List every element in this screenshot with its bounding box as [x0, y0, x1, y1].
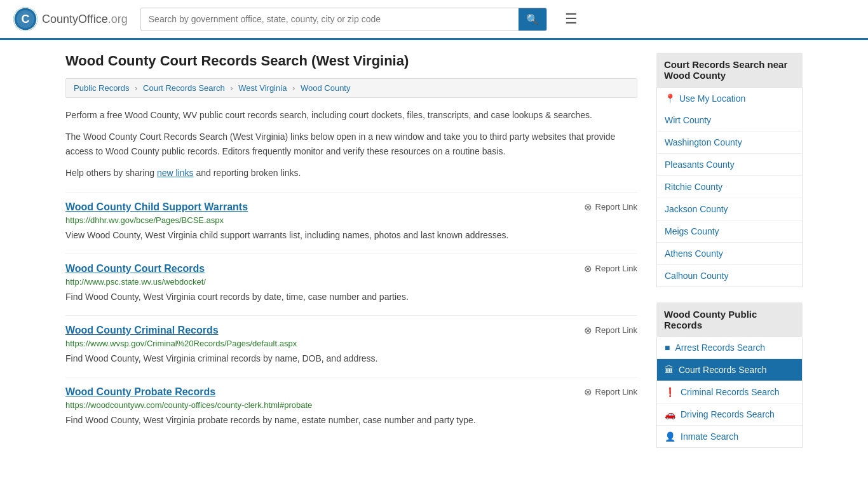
- public-record-icon: 🏛: [665, 365, 674, 375]
- nearby-counties-list: Wirt CountyWashington CountyPleasants Co…: [656, 109, 803, 287]
- record-url: https://dhhr.wv.gov/bcse/Pages/BCSE.aspx: [65, 215, 637, 225]
- nearby-section: Court Records Search near Wood County 📍 …: [656, 53, 803, 287]
- breadcrumb-public-records[interactable]: Public Records: [74, 83, 129, 93]
- record-title[interactable]: Wood County Court Records: [65, 263, 205, 274]
- public-record-link[interactable]: ❗ Criminal Records Search: [657, 381, 802, 403]
- public-record-item: ■ Arrest Records Search: [657, 337, 802, 359]
- nearby-county-item: Calhoun County: [657, 265, 802, 287]
- page-title: Wood County Court Records Search (West V…: [65, 53, 637, 69]
- site-logo[interactable]: C CountyOffice.org: [13, 6, 128, 32]
- location-pin-icon: 📍: [665, 93, 675, 104]
- record-url: https://woodcountywv.com/county-offices/…: [65, 400, 637, 410]
- public-record-icon: 👤: [665, 431, 675, 442]
- nearby-county-item: Meigs County: [657, 220, 802, 243]
- nearby-header: Court Records Search near Wood County: [656, 53, 803, 87]
- nearby-county-link[interactable]: Washington County: [657, 132, 802, 153]
- record-title-row: Wood County Court Records ⊗ Report Link: [65, 263, 637, 274]
- report-link-button[interactable]: ⊗ Report Link: [584, 386, 637, 398]
- report-link-label: Report Link: [595, 325, 637, 335]
- use-location-button[interactable]: 📍 Use My Location: [656, 87, 803, 109]
- report-link-label: Report Link: [595, 387, 637, 396]
- breadcrumb: Public Records › Court Records Search › …: [65, 78, 637, 98]
- record-desc: Find Wood County, West Virginia court re…: [65, 290, 637, 304]
- new-links-link[interactable]: new links: [157, 168, 194, 178]
- public-record-link[interactable]: ■ Arrest Records Search: [657, 337, 802, 358]
- record-title-row: Wood County Criminal Records ⊗ Report Li…: [65, 325, 637, 336]
- record-title[interactable]: Wood County Probate Records: [65, 386, 215, 398]
- public-record-icon: ❗: [665, 387, 675, 397]
- public-record-item: ❗ Criminal Records Search: [657, 381, 802, 403]
- record-title[interactable]: Wood County Child Support Warrants: [65, 201, 248, 213]
- nearby-county-item: Pleasants County: [657, 154, 802, 176]
- report-link-button[interactable]: ⊗ Report Link: [584, 325, 637, 336]
- description-para-1: Perform a free Wood County, WV public co…: [65, 108, 637, 122]
- report-link-button[interactable]: ⊗ Report Link: [584, 263, 637, 274]
- nearby-county-link[interactable]: Meigs County: [657, 220, 802, 242]
- search-input[interactable]: [141, 9, 519, 29]
- public-record-link[interactable]: 👤 Inmate Search: [657, 426, 802, 447]
- nearby-county-link[interactable]: Calhoun County: [657, 265, 802, 287]
- nearby-county-item: Jackson County: [657, 198, 802, 220]
- public-record-link[interactable]: 🏛 Court Records Search: [657, 359, 802, 381]
- nearby-county-item: Wirt County: [657, 109, 802, 132]
- public-records-list: ■ Arrest Records Search 🏛 Court Records …: [656, 337, 803, 448]
- breadcrumb-court-records[interactable]: Court Records Search: [143, 83, 225, 93]
- breadcrumb-west-virginia[interactable]: West Virginia: [238, 83, 287, 93]
- record-desc: Find Wood County, West Virginia criminal…: [65, 352, 637, 365]
- record-url: http://www.psc.state.wv.us/webdocket/: [65, 277, 637, 287]
- report-link-label: Report Link: [595, 202, 637, 212]
- breadcrumb-wood-county[interactable]: Wood County: [301, 83, 351, 93]
- public-records-section: Wood County Public Records ■ Arrest Reco…: [656, 302, 803, 448]
- record-desc: View Wood County, West Virginia child su…: [65, 229, 637, 242]
- public-record-item: 🚗 Driving Records Search: [657, 403, 802, 426]
- search-button[interactable]: 🔍: [519, 8, 546, 30]
- logo-text: CountyOffice.org: [42, 13, 128, 26]
- record-title-row: Wood County Child Support Warrants ⊗ Rep…: [65, 201, 637, 213]
- public-record-label: Driving Records Search: [681, 409, 775, 419]
- record-desc: Find Wood County, West Virginia probate …: [65, 414, 637, 427]
- nearby-county-link[interactable]: Athens County: [657, 243, 802, 264]
- nearby-county-item: Athens County: [657, 243, 802, 265]
- nearby-county-item: Washington County: [657, 132, 802, 154]
- public-record-link[interactable]: 🚗 Driving Records Search: [657, 403, 802, 425]
- breadcrumb-sep-3: ›: [292, 83, 295, 93]
- breadcrumb-sep-1: ›: [135, 83, 137, 93]
- menu-button[interactable]: ☰: [560, 8, 583, 30]
- left-column: Wood County Court Records Search (West V…: [65, 53, 637, 463]
- report-link-icon: ⊗: [584, 386, 592, 398]
- record-url: https://www.wvsp.gov/Criminal%20Records/…: [65, 339, 637, 348]
- record-entry: Wood County Child Support Warrants ⊗ Rep…: [65, 192, 637, 242]
- public-record-icon: 🚗: [665, 409, 675, 419]
- nearby-county-item: Ritchie County: [657, 176, 802, 198]
- record-title[interactable]: Wood County Criminal Records: [65, 325, 219, 336]
- report-link-button[interactable]: ⊗ Report Link: [584, 201, 637, 213]
- logo-icon: C: [13, 6, 38, 32]
- description-para-3: Help others by sharing new links and rep…: [65, 166, 637, 180]
- report-link-label: Report Link: [595, 264, 637, 273]
- public-records-header: Wood County Public Records: [656, 302, 803, 337]
- public-record-item: 👤 Inmate Search: [657, 426, 802, 447]
- report-link-icon: ⊗: [584, 201, 592, 213]
- nearby-county-link[interactable]: Ritchie County: [657, 176, 802, 198]
- nearby-county-link[interactable]: Jackson County: [657, 198, 802, 220]
- record-title-row: Wood County Probate Records ⊗ Report Lin…: [65, 386, 637, 398]
- record-entry: Wood County Court Records ⊗ Report Link …: [65, 254, 637, 304]
- report-link-icon: ⊗: [584, 263, 592, 274]
- public-record-label: Criminal Records Search: [681, 387, 780, 397]
- public-record-item: 🏛 Court Records Search: [657, 359, 802, 381]
- svg-text:C: C: [22, 13, 30, 25]
- site-header: C CountyOffice.org 🔍 ☰: [0, 0, 868, 40]
- records-list: Wood County Child Support Warrants ⊗ Rep…: [65, 192, 637, 427]
- public-record-label: Court Records Search: [679, 365, 767, 375]
- record-entry: Wood County Criminal Records ⊗ Report Li…: [65, 315, 637, 365]
- nearby-county-link[interactable]: Pleasants County: [657, 154, 802, 175]
- breadcrumb-sep-2: ›: [230, 83, 233, 93]
- public-record-label: Inmate Search: [681, 431, 738, 442]
- public-record-icon: ■: [665, 342, 670, 353]
- public-record-label: Arrest Records Search: [675, 342, 765, 353]
- nearby-county-link[interactable]: Wirt County: [657, 109, 802, 131]
- description-para-2: The Wood County Court Records Search (We…: [65, 130, 637, 158]
- right-column: Court Records Search near Wood County 📍 …: [656, 53, 803, 463]
- use-location-label: Use My Location: [679, 93, 745, 104]
- hamburger-icon: ☰: [565, 11, 578, 27]
